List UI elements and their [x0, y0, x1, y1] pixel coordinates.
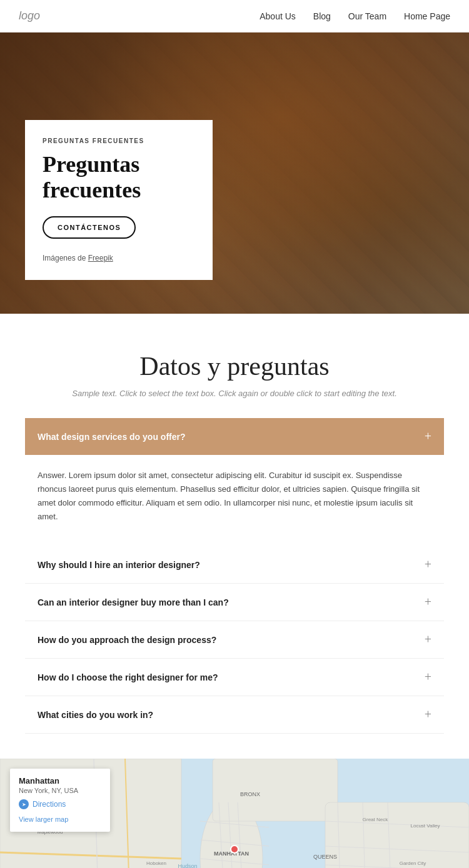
svg-point-39: [231, 846, 238, 853]
svg-rect-6: [325, 802, 469, 868]
nav-blog[interactable]: Blog: [313, 11, 331, 21]
nav-team[interactable]: Our Team: [348, 11, 386, 21]
nav-about[interactable]: About Us: [260, 11, 296, 21]
svg-rect-4: [213, 759, 338, 821]
hero-card: PREGUNTAS FRECUENTES Preguntas frecuente…: [25, 120, 213, 280]
svg-text:Hudson: Hudson: [178, 863, 197, 868]
contact-button[interactable]: CONTÁCTENOS: [43, 216, 136, 239]
faq-item-3[interactable]: How do I choose the right designer for m…: [25, 659, 444, 696]
faq-toggle-icon-3: +: [425, 670, 431, 684]
svg-text:Great Neck: Great Neck: [363, 817, 388, 822]
svg-text:BRONX: BRONX: [240, 791, 260, 797]
map-section: Hudson River New York BROOKLYN QUEENS BR…: [0, 759, 469, 868]
svg-text:Hoboken: Hoboken: [146, 861, 166, 866]
map-address: New York, NY, USA: [19, 787, 101, 794]
directions-icon: ➤: [19, 799, 29, 809]
faq-item-active[interactable]: What design services do you offer? +: [25, 418, 444, 455]
faq-question-4: What cities do you work in?: [38, 710, 153, 720]
faq-item-4[interactable]: What cities do you work in? +: [25, 696, 444, 734]
map-city-name: Manhattan: [19, 776, 101, 786]
svg-text:Garden City: Garden City: [400, 861, 426, 866]
faq-section: Datos y preguntas Sample text. Click to …: [0, 314, 469, 759]
faq-subtitle: Sample text. Click to select the text bo…: [25, 389, 444, 398]
faq-active-question: What design services do you offer?: [38, 432, 186, 442]
faq-toggle-icon-0: +: [425, 557, 431, 572]
faq-active-toggle-icon: +: [425, 429, 431, 444]
faq-active-answer: Answer. Lorem ipsum dolor sit amet, cons…: [25, 455, 444, 541]
faq-toggle-icon-4: +: [425, 707, 431, 722]
nav-home[interactable]: Home Page: [404, 11, 450, 21]
view-larger-map-link[interactable]: View larger map: [19, 816, 68, 823]
hero-subtitle: PREGUNTAS FRECUENTES: [43, 137, 193, 144]
faq-item-0[interactable]: Why should I hire an interior designer? …: [25, 546, 444, 584]
navigation: logo About Us Blog Our Team Home Page: [0, 0, 469, 32]
freepik-link[interactable]: Freepik: [88, 254, 113, 262]
logo: logo: [19, 9, 40, 22]
hero-section: PREGUNTAS FRECUENTES Preguntas frecuente…: [0, 32, 469, 314]
faq-main-title: Datos y preguntas: [25, 351, 444, 381]
svg-text:QUEENS: QUEENS: [313, 854, 337, 860]
faq-toggle-icon-1: +: [425, 595, 431, 609]
nav-links: About Us Blog Our Team Home Page: [260, 11, 450, 21]
map-info-box: Manhattan New York, NY, USA ➤ Directions…: [10, 769, 110, 832]
faq-question-3: How do I choose the right designer for m…: [38, 672, 218, 682]
faq-active-answer-text: Answer. Lorem ipsum dolor sit amet, cons…: [38, 469, 431, 524]
faq-item-1[interactable]: Can an interior designer buy more than I…: [25, 584, 444, 621]
hero-title: Preguntas frecuentes: [43, 152, 193, 204]
faq-question-0: Why should I hire an interior designer?: [38, 560, 200, 570]
faq-item-2[interactable]: How do you approach the design process? …: [25, 621, 444, 659]
hero-credit: Imágenes de Freepik: [43, 254, 193, 262]
map-directions[interactable]: ➤ Directions: [19, 799, 101, 809]
svg-text:Locust Valley: Locust Valley: [411, 823, 440, 829]
directions-label: Directions: [33, 800, 66, 809]
faq-toggle-icon-2: +: [425, 632, 431, 647]
faq-question-2: How do you approach the design process?: [38, 635, 216, 645]
faq-question-1: Can an interior designer buy more than I…: [38, 597, 229, 607]
